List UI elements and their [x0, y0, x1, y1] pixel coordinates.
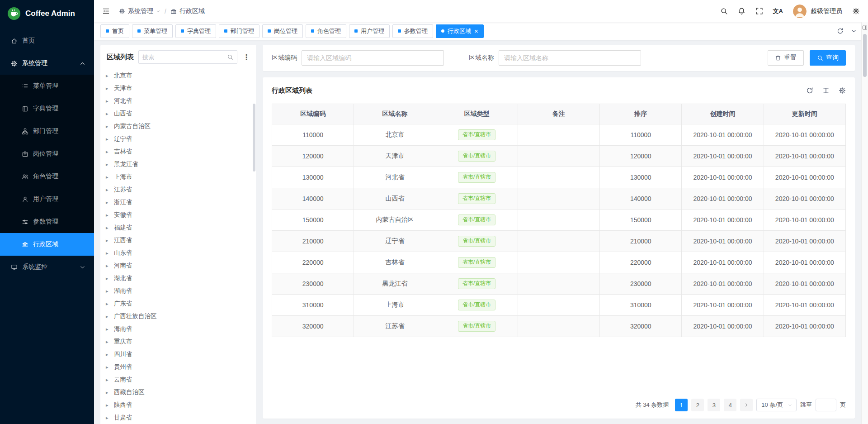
tree-search-input[interactable] — [142, 54, 224, 61]
tree-node[interactable]: ▸辽宁省 — [100, 133, 256, 145]
sidebar-item-user[interactable]: 用户管理 — [0, 188, 94, 210]
page-button-4[interactable]: 4 — [724, 399, 736, 411]
tab-menu[interactable]: 菜单管理 — [132, 24, 173, 38]
tree-node[interactable]: ▸上海市 — [100, 171, 256, 183]
reset-button[interactable]: 重置 — [768, 50, 804, 66]
tree-node[interactable]: ▸山东省 — [100, 247, 256, 259]
sidebar-item-dept[interactable]: 部门管理 — [0, 120, 94, 143]
tree-node[interactable]: ▸西藏自治区 — [100, 386, 256, 399]
sidebar-item-home[interactable]: 首页 — [0, 29, 94, 52]
tab-param[interactable]: 参数管理 — [392, 24, 433, 38]
table-row[interactable]: 230000黑龙江省省市/直辖市2300002020-10-01 00:00:0… — [272, 273, 846, 295]
tree-node[interactable]: ▸四川省 — [100, 348, 256, 361]
sidebar-item-param[interactable]: 参数管理 — [0, 210, 94, 233]
tab-home[interactable]: 首页 — [100, 24, 129, 38]
sidebar-item-dict[interactable]: 字典管理 — [0, 97, 94, 120]
tab-dict[interactable]: 字典管理 — [175, 24, 216, 38]
page-button-2[interactable]: 2 — [691, 399, 704, 411]
tree-node[interactable]: ▸黑龙江省 — [100, 158, 256, 171]
table-row[interactable]: 140000山西省省市/直辖市1400002020-10-01 00:00:00… — [272, 188, 846, 210]
tree-node[interactable]: ▸河南省 — [100, 259, 256, 272]
tree-node[interactable]: ▸北京市 — [100, 69, 256, 82]
tree-node[interactable]: ▸贵州省 — [100, 361, 256, 373]
table-row[interactable]: 120000天津市省市/直辖市1200002020-10-01 00:00:00… — [272, 146, 846, 167]
tab-options-chevron-down-icon[interactable] — [850, 28, 857, 34]
tree-node[interactable]: ▸甘肃省 — [100, 411, 256, 424]
tree-node[interactable]: ▸河北省 — [100, 95, 256, 107]
tree-scrollbar[interactable] — [253, 104, 255, 172]
tab-close-icon[interactable]: × — [474, 28, 478, 34]
tab-post[interactable]: 岗位管理 — [262, 24, 303, 38]
tab-dot — [137, 29, 141, 33]
tree-node[interactable]: ▸云南省 — [100, 373, 256, 386]
translate-icon[interactable]: 文A — [773, 7, 783, 15]
next-page-button[interactable] — [740, 399, 753, 411]
settings-gear-icon[interactable] — [852, 7, 860, 15]
tab-user[interactable]: 用户管理 — [349, 24, 390, 38]
tree-search-icon[interactable] — [227, 54, 233, 60]
gear-icon — [119, 8, 125, 14]
tree-node[interactable]: ▸浙江省 — [100, 196, 256, 209]
tree-node[interactable]: ▸广西壮族自治区 — [100, 310, 256, 323]
dict-icon — [22, 105, 28, 112]
logo[interactable]: Coffee Admin — [0, 0, 94, 27]
column-header: 备注 — [518, 104, 599, 124]
search-icon[interactable] — [720, 7, 728, 15]
dots-menu-icon[interactable]: ⋮ — [242, 53, 251, 62]
table-row[interactable]: 110000北京市省市/直辖市1100002020-10-01 00:00:00… — [272, 124, 846, 146]
breadcrumb-parent-label: 系统管理 — [128, 7, 153, 15]
tree-node[interactable]: ▸海南省 — [100, 323, 256, 335]
caret-right-icon: ▸ — [106, 352, 110, 357]
panel-toggle-icon[interactable] — [862, 25, 868, 30]
page-size-select[interactable]: 10 条/页 — [756, 399, 797, 411]
breadcrumb-parent[interactable]: 系统管理 — [119, 7, 160, 15]
caret-right-icon: ▸ — [106, 364, 110, 370]
table-row[interactable]: 130000河北省省市/直辖市1300002020-10-01 00:00:00… — [272, 167, 846, 188]
tree-node[interactable]: ▸江苏省 — [100, 183, 256, 196]
table-row[interactable]: 220000吉林省省市/直辖市2200002020-10-01 00:00:00… — [272, 252, 846, 273]
tree-node[interactable]: ▸广东省 — [100, 297, 256, 310]
table-refresh-icon[interactable] — [806, 87, 813, 94]
sidebar-group-monitor[interactable]: 系统监控 — [0, 256, 94, 278]
table-row[interactable]: 150000内蒙古自治区省市/直辖市1500002020-10-01 00:00… — [272, 210, 846, 231]
tree-node[interactable]: ▸内蒙古自治区 — [100, 120, 256, 133]
tab-role[interactable]: 角色管理 — [306, 24, 346, 38]
sidebar-item-post[interactable]: 岗位管理 — [0, 143, 94, 165]
scrollbar-thumb[interactable] — [863, 34, 867, 77]
table-row[interactable]: 310000上海市省市/直辖市3100002020-10-01 00:00:00… — [272, 295, 846, 316]
tab-dept[interactable]: 部门管理 — [219, 24, 259, 38]
sidebar-menu: 首页系统管理菜单管理字典管理部门管理岗位管理角色管理用户管理参数管理行政区域系统… — [0, 27, 94, 424]
page-button-3[interactable]: 3 — [708, 399, 720, 411]
region-code-input[interactable] — [302, 50, 444, 66]
fullscreen-icon[interactable] — [755, 7, 763, 15]
sidebar-group-system[interactable]: 系统管理 — [0, 52, 94, 75]
table-settings-icon[interactable] — [839, 87, 846, 94]
tree-node[interactable]: ▸江西省 — [100, 234, 256, 247]
tree-node[interactable]: ▸吉林省 — [100, 145, 256, 158]
bell-icon[interactable] — [738, 7, 745, 15]
sidebar-collapse-button[interactable] — [102, 7, 110, 15]
column-header: 区域名称 — [354, 104, 436, 124]
tree-node[interactable]: ▸湖南省 — [100, 285, 256, 297]
jump-page-input[interactable] — [816, 399, 836, 411]
sidebar-item-menu[interactable]: 菜单管理 — [0, 75, 94, 97]
search-button[interactable]: 查询 — [810, 50, 846, 66]
caret-right-icon: ▸ — [106, 263, 110, 269]
tree-node[interactable]: ▸山西省 — [100, 107, 256, 120]
tree-node[interactable]: ▸湖北省 — [100, 272, 256, 285]
page-button-1[interactable]: 1 — [675, 399, 688, 411]
tab-region[interactable]: 行政区域× — [436, 24, 484, 38]
tree-node[interactable]: ▸天津市 — [100, 82, 256, 95]
user-menu[interactable]: 超级管理员 — [793, 5, 842, 18]
column-height-icon[interactable] — [822, 87, 830, 94]
sidebar-item-region[interactable]: 行政区域 — [0, 233, 94, 256]
tree-node[interactable]: ▸福建省 — [100, 221, 256, 234]
tree-node[interactable]: ▸陕西省 — [100, 399, 256, 411]
sidebar-item-role[interactable]: 角色管理 — [0, 165, 94, 188]
tree-node[interactable]: ▸重庆市 — [100, 335, 256, 348]
table-row[interactable]: 320000江苏省省市/直辖市3200002020-10-01 00:00:00… — [272, 316, 846, 337]
tree-node[interactable]: ▸安徽省 — [100, 209, 256, 221]
region-name-input[interactable] — [499, 50, 641, 66]
table-row[interactable]: 210000辽宁省省市/直辖市2100002020-10-01 00:00:00… — [272, 231, 846, 252]
refresh-icon[interactable] — [837, 28, 844, 34]
